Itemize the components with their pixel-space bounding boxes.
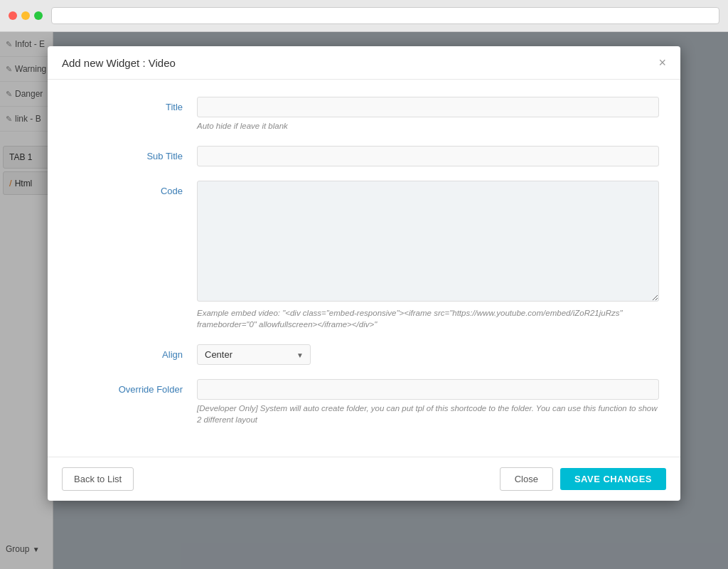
- field-group-subtitle: Sub Title: [69, 146, 659, 166]
- field-group-align: Align Left Center Right: [69, 344, 659, 365]
- code-field-wrap: Example embed video: "<div class="embed-…: [197, 181, 659, 330]
- modal-header: Add new Widget : Video ×: [48, 46, 680, 80]
- override-folder-label: Override Folder: [69, 379, 197, 395]
- code-hint: Example embed video: "<div class="embed-…: [197, 307, 659, 330]
- close-button[interactable]: Close: [500, 467, 553, 491]
- field-group-override-folder: Override Folder [Developer Only] System …: [69, 379, 659, 425]
- override-folder-hint: [Developer Only] System will auto create…: [197, 403, 659, 425]
- title-field-wrap: Auto hide if leave it blank: [197, 97, 659, 132]
- code-textarea[interactable]: [197, 181, 659, 302]
- modal-dialog: Add new Widget : Video × Title Auto hide…: [48, 46, 680, 501]
- title-hint: Auto hide if leave it blank: [197, 120, 659, 132]
- subtitle-label: Sub Title: [69, 146, 197, 161]
- code-label: Code: [69, 181, 197, 196]
- modal-close-button[interactable]: ×: [658, 56, 666, 69]
- save-changes-button[interactable]: SAVE CHANGES: [560, 468, 666, 490]
- dot-yellow: [21, 11, 30, 20]
- modal-footer: Back to List Close SAVE CHANGES: [48, 457, 680, 501]
- subtitle-field-wrap: [197, 146, 659, 166]
- override-folder-field-wrap: [Developer Only] System will auto create…: [197, 379, 659, 425]
- field-group-code: Code Example embed video: "<div class="e…: [69, 181, 659, 330]
- align-select-wrap: Left Center Right: [197, 344, 311, 365]
- align-field-wrap: Left Center Right: [197, 344, 659, 365]
- footer-right-buttons: Close SAVE CHANGES: [500, 467, 666, 491]
- align-select[interactable]: Left Center Right: [197, 344, 311, 365]
- dot-green: [34, 11, 43, 20]
- field-group-title: Title Auto hide if leave it blank: [69, 97, 659, 132]
- modal-body: Title Auto hide if leave it blank Sub Ti…: [48, 80, 680, 457]
- browser-chrome: [0, 0, 728, 32]
- address-bar[interactable]: [51, 7, 719, 24]
- dot-red: [9, 11, 17, 20]
- modal-title: Add new Widget : Video: [62, 57, 176, 69]
- title-input[interactable]: [197, 97, 659, 117]
- modal-overlay: Add new Widget : Video × Title Auto hide…: [0, 32, 728, 569]
- subtitle-input[interactable]: [197, 146, 659, 166]
- override-folder-input[interactable]: [197, 379, 659, 400]
- back-to-list-button[interactable]: Back to List: [62, 467, 134, 491]
- title-label: Title: [69, 97, 197, 112]
- page-background: ✎ Infot - E ✎ Warning ✎ Danger ✎ link - …: [0, 32, 728, 569]
- align-label: Align: [69, 344, 197, 360]
- browser-dots: [9, 11, 43, 20]
